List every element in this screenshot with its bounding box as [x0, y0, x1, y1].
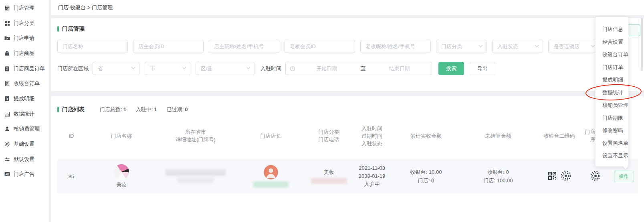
entry-status: 入驻中	[350, 180, 394, 188]
sidebar-item-store-category[interactable]: 门店分类	[0, 16, 49, 31]
redacted-address-line2	[177, 178, 214, 183]
qrcode-icon[interactable]	[548, 171, 557, 181]
store-list-card: 门店列表 门店总数:1 入驻中:1 已过期:0 ID 门店名称 所在省市详细地址…	[51, 96, 644, 222]
redacted-address-line1	[166, 170, 226, 176]
sidebar-item-default-settings[interactable]: 默认设置	[0, 152, 49, 167]
section-accent-bar	[57, 26, 59, 32]
stat-total-value: 1	[123, 106, 126, 112]
dropdown-item-operation-settings[interactable]: 经营设置	[596, 36, 628, 49]
entry-time-label: 入驻时间	[260, 65, 281, 72]
scrollbar-thumb[interactable]	[641, 18, 643, 71]
dropdown-item-store-orders[interactable]: 门店订单	[596, 61, 628, 74]
store-admin-app: 门店管理 门店分类 门店申请 门店商品 门店商品订单 收银台订单 提成明细 数	[0, 0, 644, 222]
sidebar-item-store-goods[interactable]: 门店商品	[0, 46, 49, 61]
unsettled-cashier: 收银台: 0	[458, 168, 538, 176]
sidebar-item-cashier-orders[interactable]: 收银台订单	[0, 76, 49, 91]
select-placeholder: 区/县	[201, 65, 213, 72]
filter-card-title: 门店管理	[62, 25, 85, 33]
col-category-phone: 门店分类门店电话	[308, 128, 350, 143]
dropdown-item-cashier-orders[interactable]: 收银台订单	[596, 48, 628, 61]
redacted-phone	[311, 178, 347, 184]
sidebar-item-label: 门店广告	[14, 171, 34, 178]
dropdown-item-change-password[interactable]: 修改密码	[596, 124, 628, 137]
select-placeholder: 省	[98, 65, 103, 72]
manager-avatar	[264, 165, 278, 179]
stat-total-label: 门店总数:	[100, 106, 122, 112]
sidebar-item-basic-settings[interactable]: 基础设置	[0, 136, 49, 152]
entry-status-select[interactable]: 入驻状态	[492, 40, 543, 53]
sidebar-item-label: 门店商品订单	[14, 65, 45, 72]
chevron-down-icon	[246, 65, 250, 69]
province-select[interactable]: 省	[93, 62, 139, 75]
expire-time: 2038-01-19	[350, 172, 394, 180]
sidebar-item-store-goods-orders[interactable]: 门店商品订单	[0, 61, 49, 76]
chevron-down-icon	[182, 65, 186, 69]
col-entry-time: 入驻时间过期时间入驻状态	[350, 124, 394, 147]
store-category-select[interactable]: 门店分类	[436, 40, 487, 53]
dropdown-item-data-statistics[interactable]: 数据统计	[596, 86, 628, 99]
sidebar: 门店管理 门店分类 门店申请 门店商品 门店商品订单 收银台订单 提成明细 数	[0, 0, 49, 222]
table-row: 35 美妆	[57, 159, 638, 193]
ledger-yen-icon	[4, 96, 10, 102]
end-date-placeholder[interactable]: 结束日期	[371, 65, 428, 72]
boss-member-id-input[interactable]	[285, 40, 355, 53]
ad-icon: AD	[4, 171, 10, 177]
sidebar-item-label: 数据统计	[14, 110, 34, 118]
col-id: ID	[57, 132, 85, 140]
sliders-icon	[4, 156, 10, 163]
folder-check-icon	[4, 35, 10, 41]
list-card-title: 门店列表	[62, 106, 85, 113]
svg-text:AD: AD	[5, 173, 9, 176]
sidebar-item-store-ads[interactable]: AD 门店广告	[0, 167, 49, 182]
breadcrumb: 门店-收银台 > 门店管理	[51, 0, 644, 15]
store-name-text: 美妆	[117, 181, 126, 188]
owner-member-id-input[interactable]	[133, 40, 204, 53]
row-address-cell	[157, 170, 234, 183]
select-placeholder: 是否连锁店	[553, 43, 579, 50]
row-category-cell: 美妆	[308, 169, 350, 184]
chain-store-select[interactable]: 是否连锁店	[548, 40, 599, 53]
sidebar-item-verifier-management[interactable]: 核销员管理	[0, 122, 49, 137]
sidebar-item-label: 基础设置	[14, 141, 34, 148]
row-entry-time-cell: 2021-11-03 2038-01-19 入驻中	[350, 164, 394, 188]
sidebar-item-label: 核销员管理	[14, 125, 40, 132]
dropdown-item-commission-details[interactable]: 提成明细	[596, 73, 628, 86]
owner-nickname-input[interactable]	[209, 40, 279, 53]
row-unsettled-cell: 收银台: 0 门店: 100.00	[458, 168, 538, 185]
dropdown-item-store-term[interactable]: 门店期限	[596, 112, 628, 124]
dropdown-item-store-info[interactable]: 门店信息	[596, 23, 628, 36]
sidebar-item-commission-details[interactable]: 提成明细	[0, 91, 49, 106]
category-text: 美妆	[324, 169, 334, 176]
received-cashier: 收银台: 10.00	[394, 168, 458, 176]
bag-icon	[4, 50, 10, 57]
store-table: ID 门店名称 所在省市详细地址(门牌号) 门店店长 门店分类门店电话 入驻时间…	[51, 118, 644, 193]
dropdown-item-set-hidden[interactable]: 设置不显示	[596, 149, 628, 162]
col-store-name: 门店名称	[85, 132, 157, 140]
store-name-input[interactable]	[57, 40, 128, 53]
stat-expired-value: 0	[185, 106, 188, 112]
district-select[interactable]: 区/县	[196, 62, 254, 75]
search-button[interactable]: 搜索	[438, 62, 464, 75]
boss-nickname-input[interactable]	[360, 40, 431, 53]
date-range-picker[interactable]: 开始日期 至 结束日期	[285, 62, 432, 75]
start-date-placeholder[interactable]: 开始日期	[299, 65, 355, 72]
row-id: 35	[57, 173, 85, 179]
miniprogram-code-icon[interactable]	[590, 171, 601, 182]
stat-active-label: 入驻中:	[136, 106, 153, 112]
sidebar-item-store-application[interactable]: 门店申请	[0, 31, 49, 46]
row-received-cell: 收银台: 10.00 门店: 0	[394, 168, 458, 185]
export-button[interactable]: 导出	[470, 62, 495, 75]
sidebar-item-store-management[interactable]: 门店管理	[0, 0, 49, 16]
city-select[interactable]: 市	[145, 62, 190, 75]
select-placeholder: 市	[150, 65, 155, 72]
dropdown-item-verifier-management[interactable]: 核销员管理	[596, 99, 628, 112]
miniprogram-code-icon[interactable]	[561, 171, 571, 182]
chevron-down-icon	[535, 43, 539, 47]
col-unsettled-amount: 未结算金额	[458, 132, 538, 140]
row-miniprogram-code-cell	[580, 171, 610, 182]
sidebar-item-data-statistics[interactable]: 数据统计	[0, 106, 49, 122]
row-action-button[interactable]: 操作	[614, 171, 634, 182]
chevron-down-icon	[591, 43, 595, 47]
stat-expired-label: 已过期:	[167, 106, 184, 112]
dropdown-item-set-blacklist[interactable]: 设置黑名单	[596, 137, 628, 150]
